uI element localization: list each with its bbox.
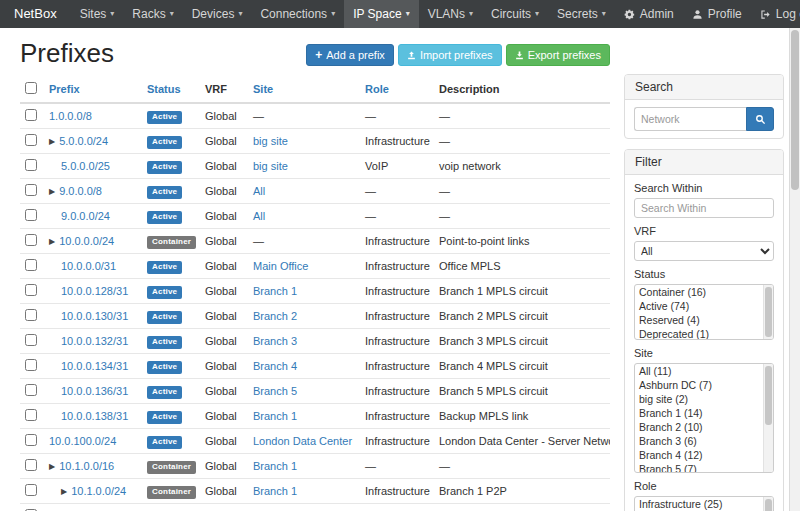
site-link[interactable]: Branch 1 bbox=[253, 285, 297, 297]
prefix-link[interactable]: 10.0.0.130/31 bbox=[61, 310, 128, 322]
status-option[interactable]: Container (16) bbox=[635, 285, 773, 299]
row-checkbox[interactable] bbox=[25, 159, 37, 171]
column-header-role[interactable]: Role bbox=[360, 77, 434, 103]
site-cell: Branch 3 bbox=[248, 329, 360, 354]
row-checkbox[interactable] bbox=[25, 384, 37, 396]
site-link[interactable]: Branch 4 bbox=[253, 360, 297, 372]
prefix-link[interactable]: 9.0.0.0/24 bbox=[61, 210, 110, 222]
export-prefixes-button[interactable]: Export prefixes bbox=[506, 44, 610, 66]
row-checkbox[interactable] bbox=[25, 284, 37, 296]
site-link[interactable]: London Data Center bbox=[253, 435, 352, 447]
prefix-link[interactable]: 5.0.0.0/25 bbox=[61, 160, 110, 172]
site-link[interactable]: big site bbox=[253, 135, 288, 147]
nav-item-racks[interactable]: Racks▾ bbox=[123, 0, 182, 28]
search-input[interactable] bbox=[634, 107, 746, 131]
site-option[interactable]: Branch 1 (14) bbox=[635, 406, 773, 420]
site-option[interactable]: Ashburn DC (7) bbox=[635, 378, 773, 392]
content-area: Prefixes + Add a prefix Import prefixes bbox=[0, 28, 800, 511]
description-cell: Point-to-point links bbox=[434, 229, 610, 254]
row-checkbox[interactable] bbox=[25, 309, 37, 321]
nav-item-connections[interactable]: Connections▾ bbox=[251, 0, 344, 28]
prefix-link[interactable]: 5.0.0.0/24 bbox=[59, 135, 108, 147]
column-header-prefix[interactable]: Prefix bbox=[44, 77, 142, 103]
site-link[interactable]: Branch 1 bbox=[253, 410, 297, 422]
logout-link[interactable]: Log out bbox=[751, 0, 800, 28]
row-checkbox[interactable] bbox=[25, 134, 37, 146]
site-link[interactable]: Branch 3 bbox=[253, 335, 297, 347]
prefix-link[interactable]: 10.1.0.0/24 bbox=[71, 485, 126, 497]
column-header-vrf: VRF bbox=[200, 77, 248, 103]
column-header-status[interactable]: Status bbox=[142, 77, 200, 103]
site-option[interactable]: Branch 2 (10) bbox=[635, 420, 773, 434]
status-option[interactable]: Reserved (4) bbox=[635, 313, 773, 327]
status-option[interactable]: Deprecated (1) bbox=[635, 327, 773, 340]
nav-item-vlans[interactable]: VLANs▾ bbox=[419, 0, 482, 28]
caret-down-icon: ▾ bbox=[602, 0, 606, 28]
prefix-link[interactable]: 10.0.0.0/31 bbox=[61, 260, 116, 272]
site-option[interactable]: Branch 4 (12) bbox=[635, 448, 773, 462]
row-checkbox[interactable] bbox=[25, 459, 37, 471]
site-listbox[interactable]: All (11)Ashburn DC (7)big site (2)Branch… bbox=[634, 363, 774, 473]
page-scrollbar[interactable] bbox=[789, 28, 800, 511]
status-badge: Active bbox=[147, 136, 182, 149]
row-checkbox[interactable] bbox=[25, 109, 37, 121]
site-option[interactable]: All (11) bbox=[635, 364, 773, 378]
role-listbox[interactable]: Infrastructure (25)Management (8)Private… bbox=[634, 496, 774, 511]
import-prefixes-button[interactable]: Import prefixes bbox=[398, 44, 502, 66]
prefix-link[interactable]: 10.0.0.136/31 bbox=[61, 385, 128, 397]
prefix-link[interactable]: 10.1.0.0/16 bbox=[59, 460, 114, 472]
site-option[interactable]: big site (2) bbox=[635, 392, 773, 406]
site-option[interactable]: Branch 5 (7) bbox=[635, 462, 773, 473]
prefix-link[interactable]: 9.0.0.0/8 bbox=[59, 185, 102, 197]
site-link[interactable]: Branch 1 bbox=[253, 460, 297, 472]
site-link[interactable]: Main Office bbox=[253, 260, 308, 272]
prefix-link[interactable]: 10.0.0.134/31 bbox=[61, 360, 128, 372]
row-checkbox[interactable] bbox=[25, 209, 37, 221]
site-option[interactable]: Branch 3 (6) bbox=[635, 434, 773, 448]
search-button[interactable] bbox=[746, 107, 774, 131]
admin-link[interactable]: Admin bbox=[615, 0, 683, 28]
row-checkbox[interactable] bbox=[25, 484, 37, 496]
prefix-link[interactable]: 1.0.0.0/8 bbox=[49, 110, 92, 122]
row-checkbox[interactable] bbox=[25, 359, 37, 371]
row-select-cell bbox=[20, 379, 44, 404]
column-header-site[interactable]: Site bbox=[248, 77, 360, 103]
row-checkbox[interactable] bbox=[25, 434, 37, 446]
status-option[interactable]: Active (74) bbox=[635, 299, 773, 313]
tree-expand-icon: ▶ bbox=[61, 487, 67, 496]
vrf-select[interactable]: All bbox=[634, 241, 774, 261]
role-option[interactable]: Infrastructure (25) bbox=[635, 497, 773, 511]
scrollbar-thumb[interactable] bbox=[791, 30, 799, 190]
row-checkbox[interactable] bbox=[25, 409, 37, 421]
site-link[interactable]: Branch 2 bbox=[253, 310, 297, 322]
row-checkbox[interactable] bbox=[25, 234, 37, 246]
prefix-link[interactable]: 10.0.0.0/24 bbox=[59, 235, 114, 247]
site-link[interactable]: All bbox=[253, 210, 265, 222]
status-label: Status bbox=[634, 268, 774, 281]
site-link[interactable]: big site bbox=[253, 160, 288, 172]
nav-item-circuits[interactable]: Circuits▾ bbox=[482, 0, 548, 28]
profile-link[interactable]: Profile bbox=[683, 0, 751, 28]
site-link[interactable]: Branch 1 bbox=[253, 485, 297, 497]
row-checkbox[interactable] bbox=[25, 184, 37, 196]
site-link[interactable]: Branch 5 bbox=[253, 385, 297, 397]
nav-item-secrets[interactable]: Secrets▾ bbox=[548, 0, 615, 28]
prefix-cell: 9.0.0.0/24 bbox=[44, 204, 142, 229]
nav-item-devices[interactable]: Devices▾ bbox=[183, 0, 252, 28]
status-badge: Active bbox=[147, 386, 182, 399]
prefix-cell: ▶10.1.0.0/16 bbox=[44, 454, 142, 479]
nav-item-ip-space[interactable]: IP Space▾ bbox=[344, 0, 419, 28]
select-all-checkbox[interactable] bbox=[25, 82, 37, 94]
row-checkbox[interactable] bbox=[25, 334, 37, 346]
prefix-link[interactable]: 10.0.100.0/24 bbox=[49, 435, 116, 447]
prefix-link[interactable]: 10.0.0.128/31 bbox=[61, 285, 128, 297]
add-prefix-button[interactable]: + Add a prefix bbox=[306, 44, 394, 66]
site-link[interactable]: All bbox=[253, 185, 265, 197]
brand-link[interactable]: NetBox bbox=[0, 0, 71, 28]
nav-item-sites[interactable]: Sites▾ bbox=[71, 0, 124, 28]
prefix-link[interactable]: 10.0.0.138/31 bbox=[61, 410, 128, 422]
row-checkbox[interactable] bbox=[25, 259, 37, 271]
prefix-link[interactable]: 10.0.0.132/31 bbox=[61, 335, 128, 347]
status-listbox[interactable]: Container (16)Active (74)Reserved (4)Dep… bbox=[634, 284, 774, 340]
search-within-input[interactable] bbox=[634, 198, 774, 218]
